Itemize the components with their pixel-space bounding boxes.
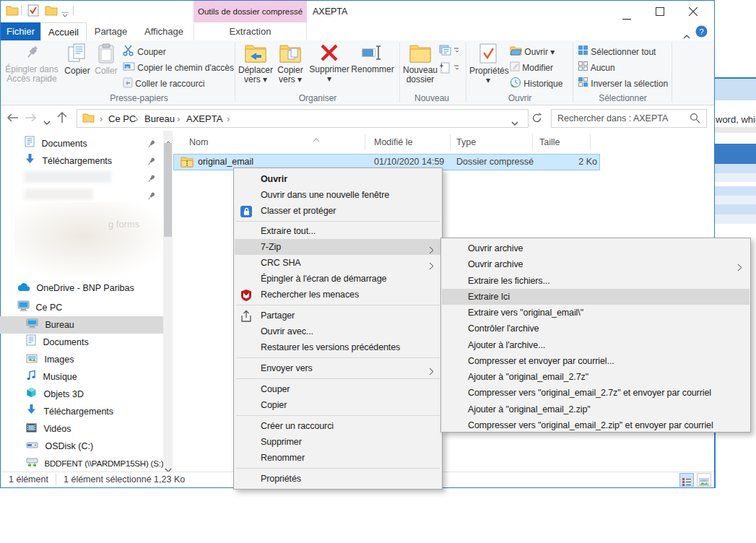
minimize-button[interactable]: [622, 10, 631, 23]
history-button[interactable]: Historique: [510, 77, 562, 91]
paste-button[interactable]: Coller: [92, 43, 120, 76]
sidebar-item-objets-3d[interactable]: Objets 3D: [26, 386, 84, 403]
recent-locations-caret-icon[interactable]: [43, 116, 51, 129]
maximize-button[interactable]: [656, 6, 664, 19]
column-separator[interactable]: [450, 134, 451, 150]
menu-item-renommer[interactable]: Renommer: [235, 450, 441, 466]
menu-item-ouvrir-nouvelle-fenetre[interactable]: Ouvrir dans une nouvelle fenêtre: [235, 187, 441, 203]
menu-item-supprimer[interactable]: Supprimer: [235, 434, 441, 450]
network-drive-icon: [26, 456, 38, 472]
open-button[interactable]: Ouvrir ▾: [510, 45, 555, 59]
submenu-item-controler-archive[interactable]: Contrôler l'archive: [442, 321, 750, 336]
column-header-nom[interactable]: Nom: [189, 137, 208, 147]
column-header-modifie[interactable]: Modifié le: [374, 137, 413, 147]
submenu-item-ouvrir-archive[interactable]: Ouvrir archive: [442, 240, 750, 256]
column-separator[interactable]: [365, 134, 365, 150]
column-header-type[interactable]: Type: [456, 137, 476, 147]
address-dropdown-caret-icon[interactable]: [511, 116, 518, 129]
sidebar-item-musique[interactable]: Musique: [26, 368, 77, 386]
column-separator[interactable]: [532, 134, 533, 150]
breadcrumb-axepta[interactable]: AXEPTA: [186, 113, 222, 124]
up-button[interactable]: [56, 111, 68, 126]
rename-button[interactable]: Renommer: [351, 43, 394, 74]
copy-to-button[interactable]: Copiervers ▾: [274, 43, 306, 84]
tab-fichier[interactable]: Fichier: [1, 22, 40, 40]
sidebar-item-documents[interactable]: Documents: [26, 334, 89, 351]
copy-button[interactable]: Copier: [62, 43, 92, 76]
tab-extraction[interactable]: Extraction: [194, 22, 307, 40]
edit-button[interactable]: Modifier: [510, 61, 553, 75]
download-icon: [25, 153, 35, 170]
submenu-item-compresser-7z[interactable]: Compresser vers "original_email_2.7z" et…: [442, 385, 750, 401]
move-to-button[interactable]: Déplacervers ▾: [238, 43, 273, 84]
sidebar-item-telechargements[interactable]: Téléchargements: [26, 403, 113, 420]
paste-shortcut-button[interactable]: Coller le raccourci: [123, 77, 204, 91]
submenu-item-ajouter-archive[interactable]: Ajouter à l'archive...: [442, 337, 750, 353]
refresh-icon[interactable]: [531, 113, 542, 126]
menu-item-ouvrir[interactable]: Ouvrir: [235, 171, 441, 187]
menu-item-restaurer-versions[interactable]: Restaurer les versions précédentes: [235, 339, 441, 355]
menu-item-classer-proteger[interactable]: Classer et protéger: [235, 203, 441, 219]
column-header-taille[interactable]: Taille: [539, 137, 560, 147]
pin-quick-access-button[interactable]: Épingler dans Accès rapide: [4, 43, 59, 84]
easy-access-icon[interactable]: [439, 45, 459, 60]
menu-item-copier[interactable]: Copier: [235, 397, 441, 413]
breadcrumb-bureau[interactable]: Bureau: [144, 113, 175, 124]
qat-properties-icon[interactable]: [27, 4, 39, 19]
menu-item-proprietes[interactable]: Propriétés: [235, 471, 441, 487]
tab-accueil[interactable]: Accueil: [40, 22, 87, 40]
submenu-item-compresser-envoyer[interactable]: Compresser et envoyer par courriel...: [442, 353, 750, 369]
tab-affichage[interactable]: Affichage: [135, 22, 193, 40]
select-all-button[interactable]: Sélectionner tout: [578, 45, 656, 59]
close-button[interactable]: [689, 6, 698, 19]
menu-item-epingler-demarrage[interactable]: Épingler à l'écran de démarrage: [235, 271, 441, 287]
back-button[interactable]: [6, 112, 19, 126]
menu-item-envoyer-vers[interactable]: Envoyer vers: [235, 360, 441, 376]
sidebar-item-osdisk[interactable]: OSDisk (C:): [26, 438, 93, 455]
qat-customize-caret-icon[interactable]: [61, 8, 69, 21]
menu-item-extraire-tout[interactable]: Extraire tout...: [235, 223, 441, 239]
file-modified: 01/10/2020 14:59: [374, 157, 444, 167]
sidebar-item-videos[interactable]: Vidéos: [26, 420, 71, 438]
breadcrumb-ce-pc[interactable]: Ce PC: [108, 113, 136, 124]
submenu-item-compresser-zip[interactable]: Compresser vers "original_email_2.zip" e…: [442, 417, 750, 433]
menu-item-creer-raccourci[interactable]: Créer un raccourci: [235, 418, 441, 434]
sidebar-item-downloads-quick[interactable]: Téléchargements: [25, 152, 112, 170]
menu-item-partager[interactable]: Partager: [235, 308, 441, 323]
sidebar-item-documents-quick[interactable]: Documents: [25, 135, 87, 152]
new-folder-button[interactable]: Nouveaudossier: [403, 43, 438, 84]
delete-button[interactable]: Supprimer▾: [309, 43, 349, 84]
qat-new-folder-icon[interactable]: [45, 5, 58, 19]
menu-item-couper[interactable]: Couper: [235, 381, 441, 397]
copy-path-button[interactable]: w Copier le chemin d'accès: [123, 61, 234, 75]
menu-item-rechercher-menaces[interactable]: Rechercher les menaces: [235, 287, 441, 303]
forward-button[interactable]: [25, 112, 38, 126]
sidebar-item-bddfent[interactable]: BDDFENT (\\PARDMP15SH) (S:): [26, 455, 163, 472]
column-separator[interactable]: [590, 134, 591, 150]
menu-item-ouvrir-avec[interactable]: Ouvrir avec...: [235, 323, 441, 339]
cut-button[interactable]: Couper: [123, 45, 166, 59]
invert-selection-button[interactable]: Inverser la sélection: [578, 77, 668, 91]
menu-item-crc-sha[interactable]: CRC SHA: [235, 255, 441, 271]
new-folder-icon: [409, 43, 431, 63]
menu-item-7zip[interactable]: 7-Zip: [235, 239, 441, 255]
submenu-item-ajouter-zip[interactable]: Ajouter à "original_email_2.zip": [442, 401, 750, 417]
file-name[interactable]: original_email: [198, 157, 253, 167]
new-item-icon[interactable]: [439, 62, 459, 77]
sidebar-item-images[interactable]: Images: [26, 351, 74, 368]
sidebar-item-bureau[interactable]: Bureau: [26, 316, 74, 334]
sidebar-item-ce-pc[interactable]: Ce PC: [17, 299, 62, 316]
sidebar-item-onedrive[interactable]: OneDrive - BNP Paribas: [17, 279, 134, 297]
help-icon[interactable]: ?: [695, 25, 708, 40]
search-icon[interactable]: [690, 113, 700, 126]
qat-folder-icon[interactable]: [6, 5, 19, 19]
tab-partage[interactable]: Partage: [87, 22, 135, 40]
submenu-item-ajouter-7z[interactable]: Ajouter à "original_email_2.7z": [442, 369, 750, 385]
submenu-item-extraire-vers[interactable]: Extraire vers "original_email\": [442, 305, 750, 321]
submenu-item-extraire-fichiers[interactable]: Extraire les fichiers...: [442, 273, 750, 289]
properties-button[interactable]: Propriétés▾: [469, 43, 507, 85]
scrollbar-thumb[interactable]: [164, 143, 172, 237]
submenu-item-extraire-ici[interactable]: Extraire Ici: [442, 289, 750, 305]
submenu-item-ouvrir-archive-2[interactable]: Ouvrir archive: [442, 256, 750, 272]
select-none-button[interactable]: Aucun: [578, 61, 615, 75]
